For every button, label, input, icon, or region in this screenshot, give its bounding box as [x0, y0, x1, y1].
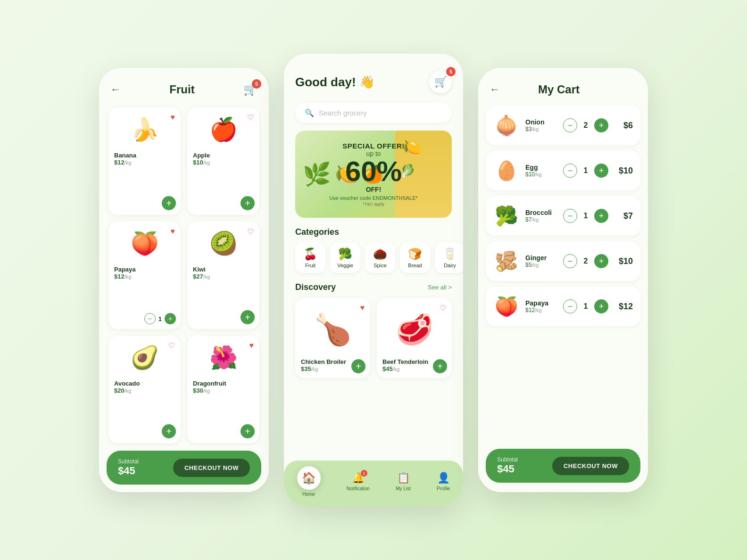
fruit-price-banana: $12/kg — [114, 159, 131, 166]
onion-price: $3/kg — [525, 126, 557, 132]
see-all-button[interactable]: See all > — [428, 284, 452, 291]
fruit-price-apple: $10/kg — [193, 159, 210, 166]
add-button-chicken[interactable]: + — [351, 359, 365, 373]
add-button-kiwi[interactable]: + — [241, 310, 255, 324]
back-button[interactable]: ← — [110, 83, 121, 96]
favorite-icon-kiwi[interactable]: ♡ — [247, 227, 254, 236]
cart-papaya-info: Papaya $12/kg — [525, 299, 557, 313]
increase-papaya[interactable]: + — [594, 299, 608, 313]
favorite-icon-chicken[interactable]: ♥ — [360, 304, 365, 312]
fruit-label: Fruit — [305, 263, 315, 268]
category-bread[interactable]: 🍞 Bread — [400, 243, 430, 273]
bread-label: Bread — [408, 263, 422, 268]
decrease-broccoli[interactable]: − — [563, 209, 577, 223]
mylist-nav-label: My List — [396, 486, 411, 491]
egg-qty: 1 — [582, 166, 589, 175]
subtotal-section: Subtotal $45 — [118, 458, 139, 477]
dairy-label: Dairy — [444, 263, 456, 268]
checkout-bar: Subtotal $45 CHECKOUT NOW — [107, 451, 261, 485]
decrease-egg[interactable]: − — [563, 164, 577, 178]
banner-pretitle: SPECIAL OFFER! — [342, 142, 405, 150]
nav-profile[interactable]: 👤 Profile — [437, 472, 450, 491]
home-header: Good day! 👋 🛒 5 — [284, 54, 463, 99]
increase-egg[interactable]: + — [594, 164, 608, 178]
broccoli-total: $7 — [614, 211, 633, 221]
home-cart-icon[interactable]: 🛒 — [434, 76, 447, 88]
increase-broccoli[interactable]: + — [594, 209, 608, 223]
category-veggie[interactable]: 🥦 Veggie — [330, 243, 360, 273]
checkout-button[interactable]: CHECKOUT NOW — [173, 459, 250, 477]
banner-content: SPECIAL OFFER! up to 60% OFF! Use vouche… — [295, 132, 452, 216]
subtotal-amount: $45 — [118, 465, 139, 477]
onion-name: Onion — [525, 118, 557, 126]
papaya-qty: 1 — [582, 302, 589, 311]
broccoli-name: Broccoli — [525, 209, 557, 216]
search-bar[interactable]: 🔍 Search grocery — [295, 103, 452, 123]
add-button-apple[interactable]: + — [241, 196, 255, 210]
search-icon: 🔍 — [305, 108, 314, 117]
veggie-label: Veggie — [337, 263, 353, 268]
home-nav-label: Home — [302, 492, 315, 497]
decrease-ginger[interactable]: − — [563, 254, 577, 268]
fruit-phone: ← Fruit 🛒 5 🍌 ♥ Banana $12/kg + — [99, 68, 269, 492]
add-button-dragonfruit[interactable]: + — [241, 424, 255, 438]
cart-subtotal-label: Subtotal — [497, 456, 518, 463]
spice-emoji: 🌰 — [373, 247, 387, 261]
fruit-card-kiwi: 🥝 ♡ Kiwi $27/kg + — [187, 222, 259, 329]
fruit-image-papaya: 🍑 — [126, 227, 164, 260]
category-fruit[interactable]: 🍒 Fruit — [295, 243, 325, 273]
categories-header: Categories — [284, 227, 463, 243]
favorite-icon-avocado[interactable]: ♡ — [168, 341, 175, 350]
category-dairy[interactable]: 🥛 Dairy — [435, 243, 463, 273]
cart-item-egg: 🥚 Egg $10/kg − 1 + $10 — [486, 151, 640, 190]
qty-value-papaya: 1 — [158, 315, 162, 322]
add-button-banana[interactable]: + — [162, 196, 176, 210]
favorite-icon-dragonfruit[interactable]: ♥ — [249, 341, 254, 350]
favorite-icon-apple[interactable]: ♡ — [247, 113, 254, 122]
nav-notification[interactable]: 🔔 1 Notification — [347, 472, 370, 491]
fruit-name-dragonfruit: Dragonfruit — [193, 380, 226, 387]
cart-papaya-price: $12/kg — [525, 307, 557, 313]
onion-total: $6 — [614, 121, 633, 131]
decrease-button-papaya[interactable]: − — [144, 313, 156, 324]
decrease-onion[interactable]: − — [563, 118, 577, 132]
favorite-icon-banana[interactable]: ♥ — [171, 113, 175, 122]
ginger-name: Ginger — [525, 254, 557, 262]
broccoli-info: Broccoli $7/kg — [525, 209, 557, 223]
nav-mylist[interactable]: 📋 My List — [396, 472, 411, 491]
cart-item-onion: 🧅 Onion $3/kg − 2 + $6 — [486, 106, 640, 145]
cart-back-button[interactable]: ← — [490, 83, 500, 96]
discovery-title: Discovery — [295, 282, 336, 292]
greeting-text: Good day! 👋 — [295, 75, 374, 89]
broccoli-qty-controls: − 1 + — [563, 209, 608, 223]
increase-ginger[interactable]: + — [594, 254, 608, 268]
discovery-row: 🍗 ♥ Chicken Broiler $35/kg + 🥩 ♡ Beef Te… — [284, 298, 463, 378]
ginger-total: $10 — [614, 256, 633, 266]
promotional-banner: 🌿 🍋 🍊 SPECIAL OFFER! up to 60% OFF! Use … — [295, 131, 452, 218]
fruit-image-dragonfruit: 🌺 — [205, 341, 242, 374]
add-button-beef[interactable]: + — [433, 359, 447, 373]
banner-voucher: Use voucher code ENDMONTHSALE* — [329, 195, 418, 201]
home-nav-circle: 🏠 — [297, 466, 321, 490]
favorite-icon-papaya[interactable]: ♥ — [171, 227, 175, 236]
broccoli-price: $7/kg — [525, 216, 557, 223]
favorite-icon-beef[interactable]: ♡ — [440, 304, 446, 313]
category-spice[interactable]: 🌰 Spice — [365, 243, 395, 273]
fruit-name-apple: Apple — [193, 152, 210, 159]
qty-controls-papaya: − 1 + — [144, 313, 176, 324]
nav-home[interactable]: 🏠 Home — [297, 466, 321, 497]
decrease-papaya[interactable]: − — [563, 299, 577, 313]
increase-onion[interactable]: + — [594, 118, 608, 132]
increase-button-papaya[interactable]: + — [165, 313, 176, 324]
add-button-avocado[interactable]: + — [162, 424, 176, 438]
cart-checkout-button[interactable]: CHECKOUT NOW — [552, 457, 629, 475]
fruit-header: ← Fruit 🛒 5 — [99, 68, 269, 104]
home-cart-wrap: 🛒 5 — [429, 71, 452, 93]
banner-off: OFF! — [366, 186, 382, 193]
cart-item-papaya: 🍑 Papaya $12/kg − 1 + $12 — [486, 287, 640, 326]
profile-nav-label: Profile — [437, 486, 450, 491]
ginger-qty: 2 — [582, 257, 589, 265]
fruit-price-papaya: $12/kg — [114, 273, 131, 280]
bottom-nav: 🏠 Home 🔔 1 Notification 📋 My List 👤 — [284, 461, 463, 506]
egg-qty-controls: − 1 + — [563, 164, 608, 178]
